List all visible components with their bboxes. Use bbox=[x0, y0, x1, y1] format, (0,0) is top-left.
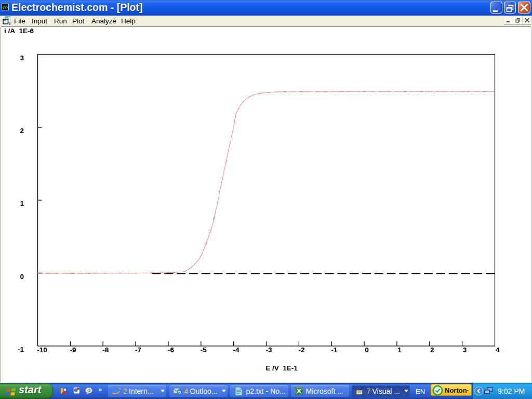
svg-text:4: 4 bbox=[496, 346, 500, 354]
svg-text:-5: -5 bbox=[201, 346, 207, 354]
svg-text:-6: -6 bbox=[168, 346, 174, 354]
svg-text:-4: -4 bbox=[233, 346, 240, 354]
svg-text:3: 3 bbox=[20, 54, 24, 62]
svg-text:-8: -8 bbox=[102, 346, 109, 354]
svg-text:3: 3 bbox=[463, 346, 467, 354]
svg-text:-2: -2 bbox=[298, 346, 304, 354]
svg-text:0: 0 bbox=[20, 273, 24, 281]
svg-text:-1: -1 bbox=[331, 346, 337, 354]
svg-text:-3: -3 bbox=[265, 346, 272, 354]
svg-text:-10: -10 bbox=[37, 346, 47, 354]
svg-text:2: 2 bbox=[20, 127, 24, 135]
svg-text:-9: -9 bbox=[70, 346, 76, 354]
svg-text:0: 0 bbox=[365, 346, 369, 354]
svg-text:i /A 1E-6: i /A 1E-6 bbox=[4, 27, 34, 35]
svg-text:E /V 1E-1: E /V 1E-1 bbox=[265, 364, 298, 372]
svg-text:1: 1 bbox=[20, 200, 24, 207]
svg-text:-7: -7 bbox=[135, 346, 141, 354]
svg-text:-1: -1 bbox=[18, 345, 24, 353]
svg-text:2: 2 bbox=[430, 346, 434, 354]
svg-text:1: 1 bbox=[397, 346, 402, 354]
